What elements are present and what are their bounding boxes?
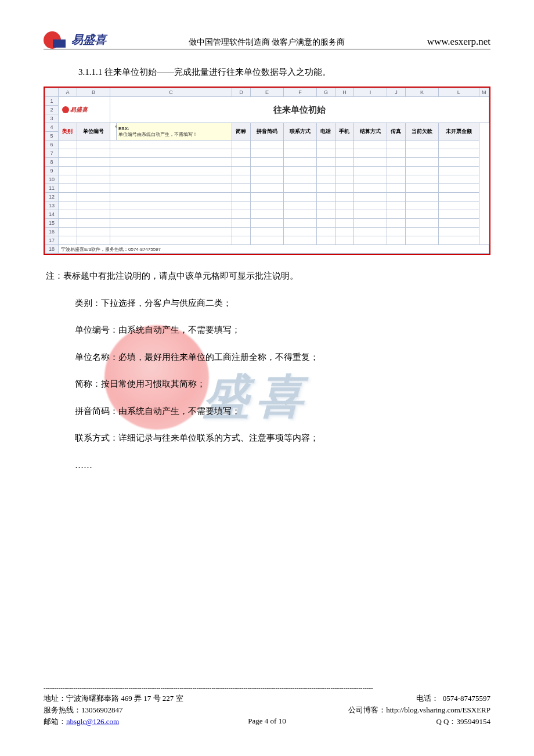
brand-name: 易盛喜 bbox=[71, 32, 106, 48]
field-desc: 简称：按日常使用习惯取其简称； bbox=[75, 377, 490, 391]
col-header: 单位编号 bbox=[77, 123, 110, 141]
col-header: 当前欠款 bbox=[405, 123, 438, 141]
sheet-title: 往来单位初始 bbox=[110, 97, 489, 123]
footer-qq: Q Q：395949154 bbox=[286, 717, 490, 727]
brand-logo: 易盛喜 bbox=[44, 29, 106, 50]
section-title-text: 往来单位初始——完成批量进行往来单位数据导入之功能。 bbox=[104, 67, 331, 77]
field-desc: …… bbox=[75, 459, 490, 472]
footer-phone: 电话： 0574-87475597 bbox=[286, 693, 490, 704]
sheet-logo-cell: 易盛喜 bbox=[59, 97, 110, 123]
footer-rule: ----------------------------------------… bbox=[44, 684, 490, 691]
col-letter: M bbox=[479, 88, 489, 97]
col-header: 未开票金额 bbox=[438, 123, 479, 141]
col-letter: E bbox=[250, 88, 283, 97]
col-header: 简称 bbox=[232, 123, 250, 141]
field-desc: 类别：下拉选择，分客户与供应商二类； bbox=[75, 297, 490, 310]
col-letter: G bbox=[316, 88, 335, 97]
page-indicator: Page 4 of 10 bbox=[248, 717, 286, 727]
sheet-footer: 宁波易盛喜E/3软件，服务热线：0574-87475597 bbox=[59, 245, 489, 254]
col-letter: F bbox=[283, 88, 316, 97]
spreadsheet-figure: A B C D E F G H I J K L M 1 易 bbox=[44, 87, 490, 255]
header-tagline: 做中国管理软件制造商 做客户满意的服务商 bbox=[106, 37, 427, 48]
col-header: 手机 bbox=[335, 123, 353, 141]
email-link[interactable]: nbsglc@126.com bbox=[66, 717, 119, 726]
note-line: 注：表标题中有批注说明的，请点中该单元格即可显示批注说明。 bbox=[46, 269, 490, 283]
logo-mark-icon bbox=[44, 29, 69, 50]
section-number: 3.1.1.1 bbox=[78, 67, 102, 77]
field-desc: 拼音简码：由系统自动产生，不需要填写； bbox=[75, 405, 490, 418]
col-header: 类别 bbox=[59, 123, 77, 141]
footer-email: 邮箱：nbsglc@126.com bbox=[44, 717, 248, 727]
footer-address: 地址：宁波海曙鄞奉路 469 弄 17 号 227 室 bbox=[44, 693, 248, 704]
cell-comment: ESX: 单位编号由系统自动产生，不需填写！ bbox=[117, 123, 232, 141]
col-header: 电话 bbox=[316, 123, 335, 141]
col-letter: C bbox=[110, 88, 232, 97]
field-desc: 联系方式：详细记录与往来单位联系的方式、注意事项等内容； bbox=[75, 431, 490, 445]
col-letter: H bbox=[335, 88, 353, 97]
mini-logo-icon bbox=[62, 106, 69, 113]
body-text: 注：表标题中有批注说明的，请点中该单元格即可显示批注说明。 类别：下拉选择，分客… bbox=[44, 269, 490, 471]
col-header: 传真 bbox=[387, 123, 405, 141]
col-letter: I bbox=[353, 88, 387, 97]
col-letter: A bbox=[59, 88, 77, 97]
col-header: 拼音简码 bbox=[250, 123, 283, 141]
spreadsheet-table: A B C D E F G H I J K L M 1 易 bbox=[45, 88, 489, 254]
col-letter: K bbox=[405, 88, 438, 97]
footer-blog: 公司博客：http://blog.vsharing.com/ESXERP bbox=[286, 705, 490, 715]
col-header: 联系方式 bbox=[283, 123, 316, 141]
header-website: www.esxerp.net bbox=[427, 36, 490, 48]
page-header: 易盛喜 做中国管理软件制造商 做客户满意的服务商 www.esxerp.net bbox=[44, 29, 490, 49]
col-letter: L bbox=[438, 88, 479, 97]
col-letter: J bbox=[387, 88, 405, 97]
page-footer: ----------------------------------------… bbox=[44, 684, 490, 727]
col-letter: D bbox=[232, 88, 250, 97]
footer-hotline: 服务热线：13056902847 bbox=[44, 705, 248, 715]
field-desc: 单位名称：必填，最好用往来单位的工商注册全称，不得重复； bbox=[75, 351, 490, 364]
col-letter: B bbox=[77, 88, 110, 97]
section-heading: 3.1.1.1 往来单位初始——完成批量进行往来单位数据导入之功能。 bbox=[78, 67, 490, 78]
field-desc: 单位编号：由系统自动产生，不需要填写； bbox=[75, 323, 490, 337]
col-header: 结算方式 bbox=[353, 123, 387, 141]
